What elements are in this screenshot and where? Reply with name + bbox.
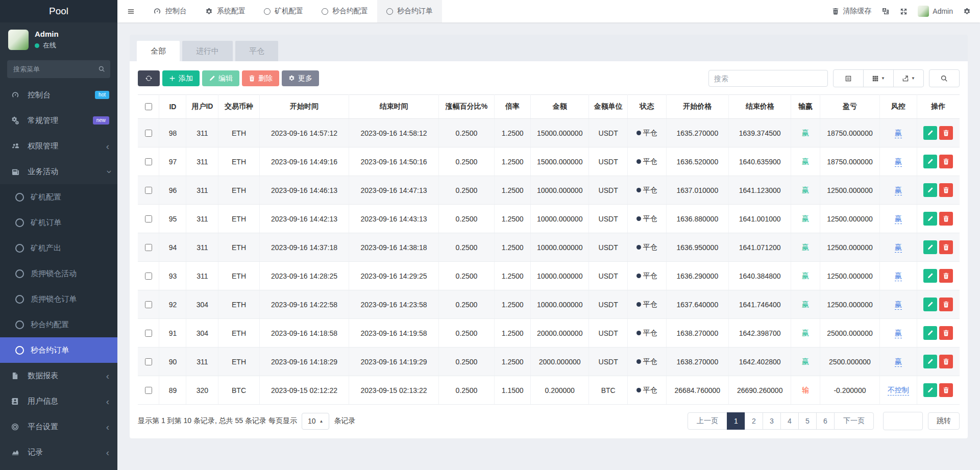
sidebar-subitem-质押锁仓订单[interactable]: 质押锁仓订单	[0, 286, 117, 312]
sidebar-item-用户信息[interactable]: 用户信息‹	[0, 388, 117, 414]
risk-link[interactable]: 赢	[895, 186, 902, 195]
row-edit-button[interactable]	[923, 298, 937, 311]
trash-icon	[832, 8, 839, 15]
sidebar-item-常规管理[interactable]: 常规管理new	[0, 108, 117, 133]
risk-link[interactable]: 赢	[895, 271, 902, 281]
row-delete-button[interactable]	[939, 383, 953, 397]
row-edit-button[interactable]	[923, 355, 937, 368]
page-prev-button[interactable]: 上一页	[688, 412, 727, 430]
sidebar-item-业务活动[interactable]: 业务活动‹	[0, 159, 117, 184]
row-checkbox[interactable]	[145, 130, 152, 137]
hamburger-icon[interactable]	[117, 0, 144, 22]
sidebar-item-平台设置[interactable]: 平台设置‹	[0, 414, 117, 439]
add-button[interactable]: 添加	[162, 70, 200, 86]
sidebar-subitem-矿机订单[interactable]: 矿机订单	[0, 210, 117, 235]
page-button-4[interactable]: 4	[780, 412, 799, 430]
avatar[interactable]	[8, 30, 29, 50]
risk-link[interactable]: 赢	[895, 300, 902, 310]
row-delete-button[interactable]	[939, 269, 953, 283]
sidebar-subitem-秒合约订单[interactable]: 秒合约订单	[0, 337, 117, 363]
row-edit-button[interactable]	[923, 126, 937, 140]
search-button[interactable]	[929, 69, 960, 87]
row-checkbox[interactable]	[145, 358, 152, 365]
row-delete-button[interactable]	[939, 183, 953, 197]
sidebar-subitem-矿机产出[interactable]: 矿机产出	[0, 235, 117, 261]
sidebar-item-记录[interactable]: 记录‹	[0, 439, 117, 465]
row-checkbox[interactable]	[145, 187, 152, 194]
page-next-button[interactable]: 下一页	[834, 412, 874, 430]
select-all-checkbox[interactable]	[145, 103, 152, 110]
sidebar-item-权限管理[interactable]: 权限管理‹	[0, 133, 117, 159]
row-delete-button[interactable]	[939, 326, 953, 340]
row-edit-button[interactable]	[923, 240, 937, 254]
page-button-2[interactable]: 2	[745, 412, 763, 430]
row-checkbox[interactable]	[145, 244, 152, 251]
row-delete-button[interactable]	[939, 355, 953, 368]
detail-view-button[interactable]	[833, 69, 864, 87]
risk-link[interactable]: 赢	[895, 157, 902, 167]
edit-button[interactable]: 编辑	[202, 70, 239, 86]
risk-link[interactable]: 赢	[895, 357, 902, 367]
sidebar-subitem-秒合约配置[interactable]: 秒合约配置	[0, 312, 117, 337]
navbar-tab-系统配置[interactable]: 系统配置	[196, 0, 255, 22]
page-size-select[interactable]: 10 ▲	[302, 413, 330, 430]
language-icon[interactable]	[881, 7, 890, 15]
risk-link[interactable]: 赢	[895, 243, 902, 253]
navbar-tab-秒合约配置[interactable]: 秒合约配置	[312, 0, 377, 22]
row-edit-button[interactable]	[923, 212, 937, 226]
page-button-5[interactable]: 5	[798, 412, 817, 430]
tab-全部[interactable]: 全部	[137, 41, 180, 61]
row-checkbox[interactable]	[145, 330, 152, 337]
row-edit-button[interactable]	[923, 269, 937, 283]
columns-button[interactable]: ▼	[863, 69, 894, 87]
refresh-button[interactable]	[138, 70, 160, 86]
page-button-3[interactable]: 3	[763, 412, 781, 430]
navbar-tab-矿机配置[interactable]: 矿机配置	[255, 0, 312, 22]
row-delete-button[interactable]	[939, 126, 953, 140]
row-edit-button[interactable]	[923, 155, 937, 168]
row-edit-button[interactable]	[923, 326, 937, 340]
page-jump-input[interactable]	[883, 412, 923, 430]
sidebar-item-控制台[interactable]: 控制台hot	[0, 82, 117, 108]
row-checkbox[interactable]	[145, 273, 152, 280]
row-checkbox[interactable]	[145, 158, 152, 165]
sidebar: Pool Admin 在线 控制台hot常规管理new权限管理‹业务活动‹矿机配…	[0, 0, 117, 470]
row-checkbox[interactable]	[145, 301, 152, 308]
navbar-tab-控制台[interactable]: 控制台	[144, 0, 196, 22]
column-header: 开始价格	[666, 95, 728, 119]
table-search-input[interactable]	[708, 70, 828, 87]
risk-cell: 赢	[880, 205, 917, 233]
page-button-6[interactable]: 6	[816, 412, 835, 430]
sidebar-search-input[interactable]	[7, 60, 110, 78]
row-edit-button[interactable]	[923, 383, 937, 397]
row-delete-button[interactable]	[939, 212, 953, 226]
page-button-1[interactable]: 1	[727, 412, 745, 430]
risk-link[interactable]: 赢	[895, 329, 902, 338]
row-delete-button[interactable]	[939, 298, 953, 311]
row-delete-button[interactable]	[939, 155, 953, 168]
open-price-cell: 1637.640000	[666, 290, 728, 319]
more-button[interactable]: 更多	[282, 70, 319, 86]
sidebar-subitem-质押锁仓活动[interactable]: 质押锁仓活动	[0, 261, 117, 286]
sidebar-subitem-矿机配置[interactable]: 矿机配置	[0, 184, 117, 210]
delete-button[interactable]: 删除	[242, 70, 279, 86]
fullscreen-icon[interactable]	[900, 8, 908, 15]
row-checkbox[interactable]	[145, 215, 152, 222]
risk-link[interactable]: 不控制	[888, 386, 909, 395]
user-menu[interactable]: Admin	[918, 6, 953, 17]
navbar-tab-秒合约订单[interactable]: 秒合约订单	[377, 0, 442, 22]
sidebar-subitem-label: 质押锁仓订单	[31, 294, 77, 304]
row-delete-button[interactable]	[939, 240, 953, 254]
tab-进行中[interactable]: 进行中	[182, 41, 233, 61]
export-button[interactable]: ▼	[893, 69, 924, 87]
row-edit-button[interactable]	[923, 183, 937, 197]
risk-link[interactable]: 赢	[895, 214, 902, 224]
row-checkbox[interactable]	[145, 387, 152, 394]
tab-平仓[interactable]: 平仓	[235, 41, 278, 61]
page-jump-button[interactable]: 跳转	[928, 412, 960, 430]
clear-cache-button[interactable]: 清除缓存	[832, 7, 871, 16]
risk-link[interactable]: 赢	[895, 129, 902, 138]
settings-gears-icon[interactable]	[963, 8, 971, 15]
sidebar-item-数据报表[interactable]: 数据报表‹	[0, 363, 117, 388]
plus-icon	[169, 75, 176, 82]
